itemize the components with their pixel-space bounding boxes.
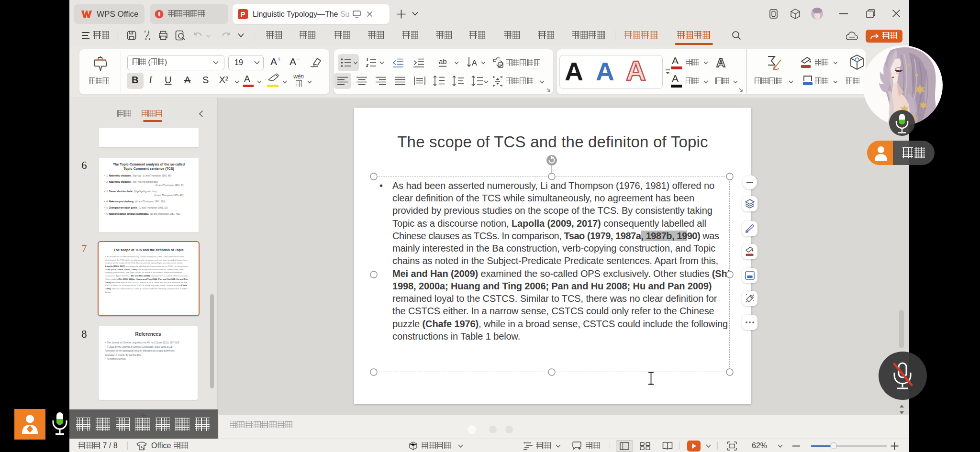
svg-text:A: A (472, 59, 477, 67)
svg-text:ab: ab (439, 57, 447, 66)
